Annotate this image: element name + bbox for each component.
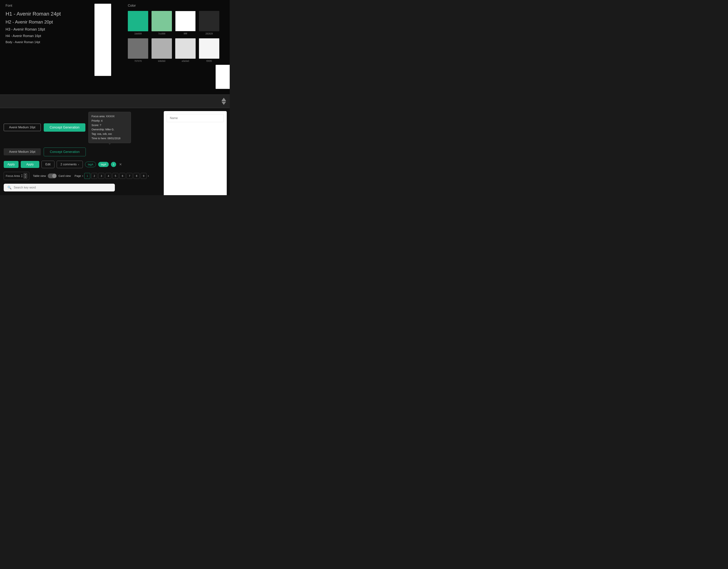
swatch-282828: 282828 <box>199 11 219 35</box>
toggle-switch[interactable] <box>48 174 57 178</box>
comments-label: 2 comments <box>61 163 77 166</box>
page-label: Page <box>74 174 81 177</box>
comments-button[interactable]: 2 comments › <box>57 161 83 168</box>
toggle-thumb <box>52 174 56 178</box>
focus-area-control: Focus Area ▲ ▼ ▲ ▼ <box>4 172 29 180</box>
page-7-button[interactable]: 7 <box>127 173 132 179</box>
color-label: 707070 <box>134 60 142 62</box>
search-bar: 🔍 <box>4 184 115 192</box>
bottom-panel: Avenir Medium 16pt Concept Generation Fo… <box>0 108 230 195</box>
focus-area-label: Focus Area <box>6 174 20 177</box>
components-row: Avenir Medium 16pt Concept Generation Fo… <box>4 112 226 143</box>
page-9-button[interactable]: 9 <box>141 173 147 179</box>
page-2-button[interactable]: 2 <box>91 173 97 179</box>
swatch-b0b0b0: b0b0b0 <box>152 38 172 62</box>
tooltip-ownership: Ownership: Mike G. <box>92 127 128 132</box>
swatch-f5f5f5: f5f5f5 <box>199 38 219 62</box>
sort-stepper[interactable]: ▲ ▼ <box>24 173 27 179</box>
apply-button-2[interactable]: Apply <box>21 161 39 168</box>
page-8-button[interactable]: 8 <box>134 173 139 179</box>
color-label: f5f5f5 <box>206 60 212 62</box>
next-page-button[interactable]: › <box>148 174 149 178</box>
tooltip-score: Score: ? <box>92 123 128 128</box>
button-teal-filled[interactable]: Concept Generation <box>44 123 85 132</box>
close-button[interactable]: ✕ <box>118 162 123 167</box>
color-swatch <box>175 11 196 31</box>
tooltip-focus-area: Focus area: XXXXX <box>92 114 128 119</box>
scroll-up-arrow[interactable] <box>222 98 226 101</box>
page-3-button[interactable]: 3 <box>98 173 104 179</box>
font-item-h4: H4 - Avenir Roman 16pt <box>6 34 83 38</box>
search-icon: 🔍 <box>7 186 11 190</box>
font-section: Font H1 - Avenir Roman 24pt H2 - Avenir … <box>6 4 83 89</box>
button-dark[interactable]: Avenir Medium 16pt <box>4 148 41 155</box>
edit-button[interactable]: Edit <box>41 161 54 168</box>
color-label: 282828 <box>205 32 213 35</box>
tooltip-time: Time to here: 08/01/2018 <box>92 136 128 141</box>
prev-page-button[interactable]: ‹ <box>82 174 83 178</box>
view-toggle: Table view Card view <box>33 174 71 178</box>
color-swatch <box>199 38 219 59</box>
color-swatch <box>128 38 148 59</box>
color-swatch <box>199 11 219 31</box>
font-item-body: Body - Avenir Roman 14pt <box>6 41 83 44</box>
sort-down-icon: ▼ <box>21 176 23 178</box>
color-label: 1bb689 <box>134 32 142 35</box>
chevron-right-icon: › <box>78 163 79 166</box>
swatch-e0e0e0: e0e0e0 <box>175 38 196 62</box>
card-view-label: Card view <box>59 174 71 177</box>
font-section-label: Font <box>6 4 83 8</box>
white-shape-right-bottom <box>216 65 230 89</box>
color-section: Color 1bb689 7cc898 ffffff 282828 <box>128 4 219 89</box>
font-item-h2: H2 - Avenir Roman 20pt <box>6 19 83 25</box>
tooltip-tag: Tag: xxa, xxb, xxc <box>92 132 128 136</box>
button-outline-light[interactable]: Avenir Medium 16pt <box>4 124 41 131</box>
tooltip-box: Focus area: XXXXX Priority: 4 Score: ? O… <box>88 112 131 143</box>
apply-button-1[interactable]: Apply <box>4 161 19 168</box>
color-swatch <box>128 11 148 31</box>
page-5-button[interactable]: 5 <box>112 173 118 179</box>
stepper-up[interactable]: ▲ <box>24 173 27 176</box>
swatch-7cc898: 7cc898 <box>152 11 172 35</box>
top-panel: Font H1 - Avenir Roman 24pt H2 - Avenir … <box>0 0 230 95</box>
color-swatch <box>152 11 172 31</box>
badge-number[interactable]: 1 <box>111 162 116 167</box>
color-label: e0e0e0 <box>182 60 189 62</box>
tag-a-filled[interactable]: tagA <box>98 162 109 167</box>
color-label: b0b0b0 <box>158 60 165 62</box>
swatch-1bb689: 1bb689 <box>128 11 148 35</box>
color-label: 7cc898 <box>158 32 165 35</box>
color-swatch <box>175 38 196 59</box>
tag-a-outline[interactable]: tagA <box>85 162 96 167</box>
page-4-button[interactable]: 4 <box>105 173 111 179</box>
swatch-ffffff: ffffff <box>175 11 196 35</box>
sort-up-icon: ▲ <box>21 174 23 176</box>
sort-arrows: ▲ ▼ <box>21 174 23 178</box>
name-input[interactable] <box>167 114 224 122</box>
pagination: Page ‹ 1 2 3 4 5 6 7 8 9 › <box>74 173 149 179</box>
tooltip-priority: Priority: 4 <box>92 119 128 123</box>
font-item-h1: H1 - Avenir Roman 24pt <box>6 11 83 17</box>
font-list: H1 - Avenir Roman 24pt H2 - Avenir Roman… <box>6 11 83 44</box>
button-outline-teal[interactable]: Concept Generation <box>44 148 86 156</box>
color-section-label: Color <box>128 4 219 8</box>
name-panel <box>164 111 227 195</box>
font-item-h3: H3 - Avenir Roman 18pt <box>6 27 83 31</box>
separator-section <box>0 95 230 108</box>
swatch-707070: 707070 <box>128 38 148 62</box>
table-view-label: Table view <box>33 174 46 177</box>
color-label: ffffff <box>184 32 187 35</box>
search-input[interactable] <box>14 186 111 189</box>
page-6-button[interactable]: 6 <box>119 173 125 179</box>
color-swatch <box>152 38 172 59</box>
page-1-button[interactable]: 1 <box>84 173 90 179</box>
stepper-down[interactable]: ▼ <box>24 176 27 179</box>
white-shape-left <box>94 4 111 76</box>
color-grid: 1bb689 7cc898 ffffff 282828 707070 <box>128 11 219 62</box>
